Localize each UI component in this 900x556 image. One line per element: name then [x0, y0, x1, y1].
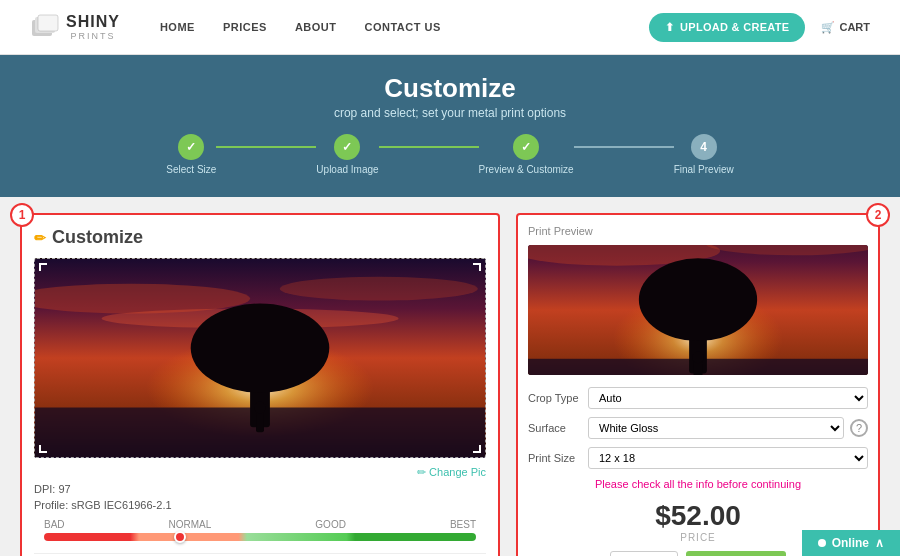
crop-type-row: Crop Type Auto — [528, 387, 868, 409]
svg-rect-12 — [256, 412, 264, 432]
upload-create-button[interactable]: ⬆ UPLOAD & CREATE — [649, 13, 806, 42]
online-dot — [818, 539, 826, 547]
svg-point-39 — [692, 351, 704, 363]
page-title: Customize — [20, 73, 880, 104]
crop-type-label: Crop Type — [528, 392, 588, 404]
panel-number-2: 2 — [866, 203, 890, 227]
step-2: ✓ Upload Image — [316, 134, 378, 175]
step-3-circle: ✓ — [513, 134, 539, 160]
change-pic-link[interactable]: ✏ Change Pic — [417, 466, 486, 479]
upload-btn-label: UPLOAD & CREATE — [680, 21, 789, 33]
continue-button[interactable]: Continue — [686, 551, 786, 556]
left-panel: 1 ✏ Customize — [20, 213, 500, 556]
warning-text: Please check all the info before continu… — [528, 477, 868, 492]
image-preview — [34, 258, 486, 458]
step-2-circle: ✓ — [334, 134, 360, 160]
svg-point-6 — [280, 277, 478, 301]
step-3-label: Preview & Customize — [479, 164, 574, 175]
quality-bar — [44, 533, 476, 541]
print-size-row: Print Size 12 x 18 — [528, 447, 868, 469]
cart-icon: 🛒 — [821, 21, 835, 34]
step-3: ✓ Preview & Customize — [479, 134, 574, 175]
svg-point-37 — [639, 258, 757, 341]
svg-rect-2 — [38, 15, 58, 31]
corner-handle-bl — [39, 445, 47, 453]
surface-label: Surface — [528, 422, 588, 434]
logo-brand: SHINY — [66, 13, 120, 30]
right-panel: 2 Print Preview — [516, 213, 880, 556]
quality-normal: NORMAL — [169, 519, 212, 530]
nav-home[interactable]: HOME — [160, 21, 195, 33]
logo-sub: PRINTS — [66, 31, 120, 41]
cart-link[interactable]: 🛒 CART — [821, 21, 870, 34]
price-value: $52.00 — [528, 500, 868, 532]
main-content: 1 ✏ Customize — [0, 197, 900, 556]
step-line-3 — [574, 146, 674, 148]
corner-handle-tl — [39, 263, 47, 271]
print-size-select[interactable]: 12 x 18 — [588, 447, 868, 469]
step-1-label: Select Size — [166, 164, 216, 175]
corner-handle-br — [473, 445, 481, 453]
svg-rect-38 — [694, 362, 703, 375]
step-1-circle: ✓ — [178, 134, 204, 160]
online-badge[interactable]: Online ∧ — [802, 530, 900, 556]
step-line-1 — [216, 146, 316, 148]
quality-indicator — [174, 531, 186, 543]
step-2-label: Upload Image — [316, 164, 378, 175]
step-4-circle: 4 — [691, 134, 717, 160]
upload-icon: ⬆ — [665, 21, 674, 34]
step-1: ✓ Select Size — [166, 134, 216, 175]
step-4-label: Final Preview — [674, 164, 734, 175]
header: SHINY PRINTS HOME PRICES ABOUT CONTACT U… — [0, 0, 900, 55]
left-panel-title-text: Customize — [52, 227, 143, 248]
quality-best: BEST — [450, 519, 476, 530]
page-subtitle: crop and select; set your metal print op… — [20, 106, 880, 120]
quality-good: GOOD — [315, 519, 346, 530]
svg-point-13 — [254, 402, 266, 414]
dpi-info: DPI: 97 — [34, 483, 486, 495]
svg-point-11 — [191, 304, 330, 393]
main-nav: HOME PRICES ABOUT CONTACT US — [160, 21, 649, 33]
quality-labels: BAD NORMAL GOOD BEST — [44, 519, 476, 530]
nav-about[interactable]: ABOUT — [295, 21, 337, 33]
print-preview-image — [528, 245, 868, 375]
online-label: Online — [832, 536, 869, 550]
panel-number-1: 1 — [10, 203, 34, 227]
left-panel-title: ✏ Customize — [34, 227, 486, 248]
logo-icon — [30, 12, 60, 42]
surface-help-icon[interactable]: ? — [850, 419, 868, 437]
cart-label: CART — [839, 21, 870, 33]
print-preview-label: Print Preview — [528, 225, 868, 237]
nav-prices[interactable]: PRICES — [223, 21, 267, 33]
surface-select[interactable]: White Gloss — [588, 417, 844, 439]
logo-text-block: SHINY PRINTS — [66, 13, 120, 41]
preview-small-svg — [528, 245, 868, 375]
hero-band: Customize crop and select; set your meta… — [0, 55, 900, 197]
quality-bar-area: BAD NORMAL GOOD BEST — [34, 519, 486, 541]
preview-svg — [35, 259, 485, 457]
profile-info: Profile: sRGB IEC61966-2.1 — [34, 499, 486, 511]
steps-container: ✓ Select Size ✓ Upload Image ✓ Preview &… — [20, 134, 880, 175]
quality-bad: BAD — [44, 519, 65, 530]
pencil-icon: ✏ — [34, 230, 46, 246]
corner-handle-tr — [473, 263, 481, 271]
step-4: 4 Final Preview — [674, 134, 734, 175]
crop-type-select[interactable]: Auto — [588, 387, 868, 409]
back-button[interactable]: Back — [610, 551, 679, 556]
surface-row: Surface White Gloss ? — [528, 417, 868, 439]
change-pic-row: ✏ Change Pic — [34, 466, 486, 479]
print-size-label: Print Size — [528, 452, 588, 464]
nav-contact[interactable]: CONTACT US — [364, 21, 440, 33]
logo: SHINY PRINTS — [30, 12, 120, 42]
step-line-2 — [379, 146, 479, 148]
chevron-up-icon: ∧ — [875, 536, 884, 550]
